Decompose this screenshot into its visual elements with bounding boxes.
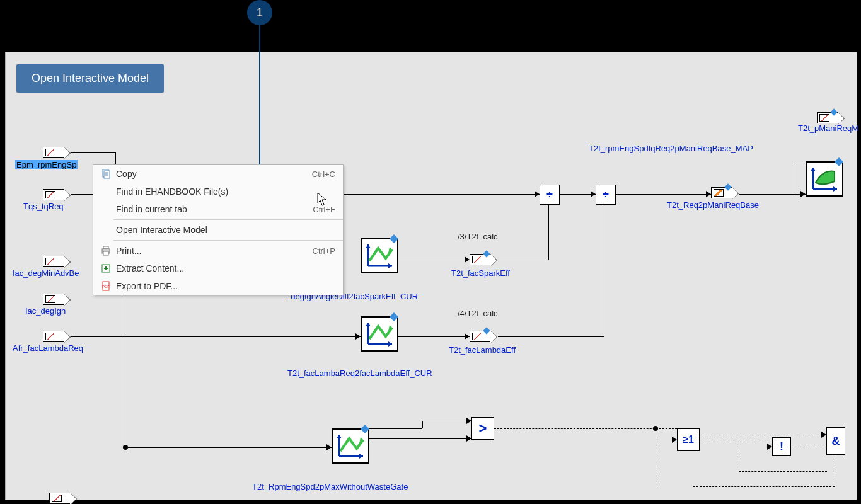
wire <box>498 260 548 260</box>
label-t2t-map: T2t_rpmEngSpdtqReq2pManiReqBase_MAP <box>589 144 753 153</box>
junction-dot <box>123 445 128 450</box>
svg-rect-1 <box>104 171 110 178</box>
wire-dashed <box>835 455 835 486</box>
menu-export-pdf[interactable]: PDF Export to PDF... <box>93 277 343 295</box>
junction-dot <box>653 426 658 431</box>
copy-icon <box>98 168 113 180</box>
arrow <box>465 256 470 263</box>
label-waste: T2t_RpmEngSpd2pMaxWithoutWasteGate <box>252 482 408 491</box>
menu-separator <box>113 219 343 220</box>
port-iac-degminadv[interactable] <box>43 256 64 267</box>
port-bottom-left[interactable] <box>49 493 71 504</box>
menu-open-interactive-model[interactable]: Open Interactive Model <box>93 221 343 239</box>
op-not[interactable]: ! <box>772 437 791 456</box>
arrow <box>326 444 332 450</box>
wire <box>398 260 470 260</box>
label-lambda-cur: T2t_facLambaReq2facLambdaEff_CUR <box>287 369 432 378</box>
wire-dashed <box>656 428 656 486</box>
wire <box>398 336 470 337</box>
arrow <box>767 444 772 450</box>
port-t2t-req2pmanireqbase[interactable] <box>711 187 732 198</box>
print-icon <box>98 245 113 256</box>
menu-extract-content[interactable]: Extract Content... <box>93 260 343 277</box>
label-t2t-pmani: T2t_pManiReqM <box>798 123 858 133</box>
wire <box>422 421 471 421</box>
wire-dashed <box>494 428 677 429</box>
pdf-icon: PDF <box>98 280 113 292</box>
block-cur-lambda[interactable] <box>361 316 398 352</box>
svg-rect-5 <box>103 246 108 249</box>
blank-icon <box>98 224 113 236</box>
blank-icon <box>98 203 113 215</box>
port-t2t-faclambdaeff[interactable] <box>470 331 491 342</box>
port-t2t-pmanireqm[interactable] <box>817 112 838 123</box>
wire <box>71 152 115 153</box>
arrow <box>465 333 470 340</box>
wire-dashed <box>700 440 773 440</box>
op-greater-than[interactable]: > <box>471 417 494 440</box>
label-calc3: /3/T2t_calc <box>458 232 498 241</box>
op-divide-1[interactable]: ÷ <box>540 185 560 205</box>
wire <box>71 336 361 337</box>
label-tqs: Tqs_tqReq <box>23 202 64 211</box>
label-t2t-req: T2t_Req2pManiReqBase <box>667 200 759 210</box>
op-and[interactable]: & <box>826 427 845 455</box>
menu-find-ehandbook[interactable]: Find in EHANDBOOK File(s) <box>93 183 343 200</box>
svg-text:PDF: PDF <box>102 285 110 289</box>
port-tqs-tqreq[interactable] <box>43 189 64 200</box>
port-epm-rpmengsp[interactable] <box>43 147 64 158</box>
arrow <box>672 437 677 443</box>
menu-find-current-tab[interactable]: Find in current tab Ctrl+F <box>93 200 343 218</box>
extract-icon <box>98 263 113 274</box>
wire <box>498 336 604 337</box>
wire <box>792 163 806 163</box>
menu-print[interactable]: Print... Ctrl+P <box>93 242 343 260</box>
blank-icon <box>98 186 113 197</box>
callout-badge: 1 <box>247 0 272 25</box>
wire <box>616 194 711 195</box>
port-afr-faclambdareq[interactable] <box>43 331 64 342</box>
wire <box>369 428 422 429</box>
wire <box>422 421 423 428</box>
wire <box>548 205 549 260</box>
label-calc4: /4/T2t_calc <box>458 309 498 318</box>
callout-number: 1 <box>257 6 263 20</box>
wire <box>604 205 604 337</box>
menu-extract-label: Extract Content... <box>116 263 335 273</box>
op-divide-2[interactable]: ÷ <box>596 185 616 205</box>
wire-dashed <box>739 440 739 471</box>
menu-open-model-label: Open Interactive Model <box>116 225 335 235</box>
arrow <box>466 435 471 442</box>
wire <box>125 447 332 448</box>
context-menu[interactable]: Copy Ctrl+C Find in EHANDBOOK File(s) Fi… <box>93 164 344 295</box>
label-epm: Epm_rpmEngSp <box>15 160 78 169</box>
wire-dashed <box>791 447 826 447</box>
block-cur-wastegate[interactable] <box>332 428 369 464</box>
wire <box>739 194 806 195</box>
open-interactive-model-button[interactable]: Open Interactive Model <box>16 64 164 93</box>
label-iac-ign: Iac_degIgn <box>25 306 66 316</box>
block-cur-spark[interactable] <box>361 238 398 273</box>
wire-dashed <box>739 471 827 472</box>
arrow <box>466 418 471 424</box>
wire-dashed <box>693 486 835 487</box>
cursor-icon <box>317 192 328 209</box>
label-faclambda: T2t_facLambdaEff <box>449 345 516 355</box>
arrow <box>706 191 711 197</box>
menu-copy[interactable]: Copy Ctrl+C <box>93 165 343 183</box>
menu-print-label: Print... <box>116 246 313 256</box>
menu-copy-label: Copy <box>116 169 312 179</box>
wire-dashed <box>700 435 826 435</box>
arrow <box>800 191 806 197</box>
arrow <box>591 191 596 197</box>
port-t2t-facsparkeff[interactable] <box>470 254 491 265</box>
block-map-t2t-rpmengspd[interactable] <box>806 161 843 197</box>
menu-print-shortcut: Ctrl+P <box>313 246 335 256</box>
label-facspark: T2t_facSparkEff <box>451 268 510 278</box>
wire <box>792 163 792 194</box>
menu-find-ehb-label: Find in EHANDBOOK File(s) <box>116 186 335 197</box>
op-ge1[interactable]: ≥1 <box>677 428 700 451</box>
menu-separator <box>113 240 343 241</box>
port-iac-degign[interactable] <box>43 294 64 305</box>
label-afr: Afr_facLambdaReq <box>13 343 83 353</box>
